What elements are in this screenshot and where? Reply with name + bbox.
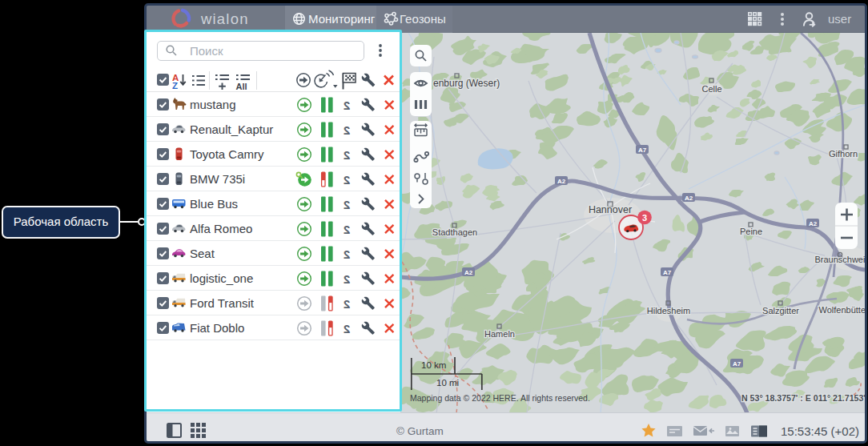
svg-text:2: 2: [344, 223, 350, 236]
svg-text:user: user: [828, 12, 851, 26]
svg-text:2: 2: [344, 123, 350, 137]
svg-text:Celle: Celle: [701, 84, 721, 94]
svg-text:10 mi: 10 mi: [436, 378, 459, 388]
svg-text:A2: A2: [464, 269, 473, 276]
svg-text:A2: A2: [557, 178, 566, 185]
svg-text:2: 2: [344, 98, 350, 112]
svg-text:2: 2: [344, 173, 350, 187]
svg-text:A7: A7: [663, 269, 672, 276]
svg-text:© Gurtam: © Gurtam: [396, 425, 444, 437]
svg-text:Hannover: Hannover: [589, 204, 632, 215]
svg-text:Hameln: Hameln: [484, 329, 515, 339]
svg-text:Wolfenbüttel: Wolfenbüttel: [819, 305, 865, 315]
svg-text:Mapping data © 2022 HERE. All: Mapping data © 2022 HERE. All rights res…: [410, 393, 590, 403]
svg-text:Stadthagen: Stadthagen: [432, 227, 477, 237]
svg-text:enburg (Weser): enburg (Weser): [433, 78, 500, 89]
svg-text:N 53° 18.3757' : E 011° 21.715: N 53° 18.3757' : E 011° 21.7153': [741, 393, 865, 403]
svg-text:A7: A7: [733, 360, 741, 368]
svg-text:Peine: Peine: [740, 227, 762, 236]
svg-text:3: 3: [642, 213, 647, 223]
svg-text:Gifhorn: Gifhorn: [829, 149, 858, 159]
svg-text:Z: Z: [172, 81, 178, 90]
svg-text:15:53:45 (+02): 15:53:45 (+02): [781, 424, 859, 438]
svg-text:Hildesheim: Hildesheim: [647, 306, 690, 315]
svg-text:2: 2: [344, 198, 350, 211]
svg-text:2: 2: [344, 322, 350, 336]
svg-text:A2: A2: [685, 195, 693, 202]
svg-text:2: 2: [344, 247, 350, 261]
svg-text:2: 2: [344, 148, 350, 162]
svg-text:10 km: 10 km: [421, 360, 446, 370]
svg-text:Мониторинг: Мониторинг: [308, 12, 376, 26]
svg-text:All: All: [236, 82, 247, 91]
svg-text:Salzgitter: Salzgitter: [762, 306, 799, 315]
svg-text:wialon: wialon: [200, 10, 249, 27]
svg-text:2: 2: [344, 272, 350, 286]
svg-text:2: 2: [344, 297, 350, 311]
svg-text:Геозоны: Геозоны: [400, 12, 446, 26]
svg-text:Braunschweig: Braunschweig: [814, 255, 865, 264]
svg-text:A7: A7: [638, 147, 647, 154]
svg-text:A2: A2: [809, 220, 818, 227]
